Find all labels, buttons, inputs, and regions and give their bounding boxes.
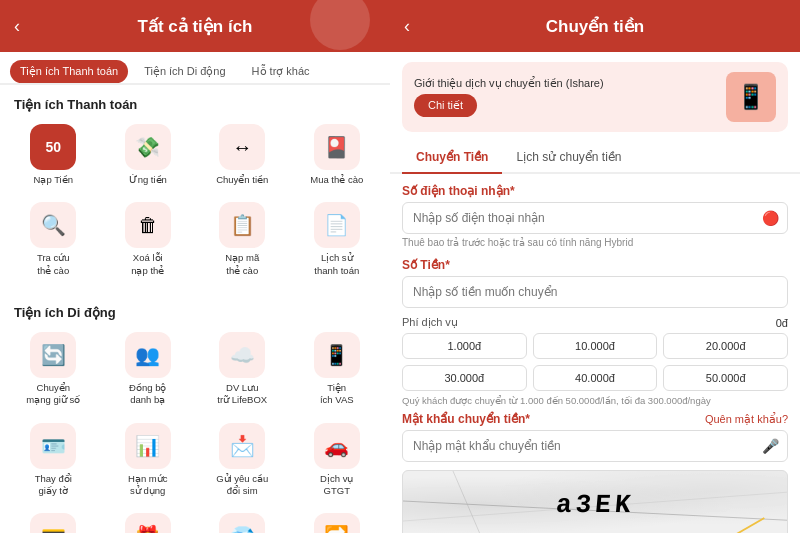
promo-text: Giới thiệu dịch vụ chuyển tiền (Ishare) — [414, 77, 604, 90]
amount-option-5[interactable]: 50.000đ — [663, 365, 788, 391]
right-title: Chuyển tiền — [546, 16, 644, 37]
thay-doi-label: Thay đổigiấy tờ — [35, 473, 72, 498]
amount-option-4[interactable]: 40.000đ — [533, 365, 658, 391]
han-muc-icon: 📊 — [125, 423, 171, 469]
amount-option-3[interactable]: 30.000đ — [402, 365, 527, 391]
list-item[interactable]: 🎴 Mua thẻ cào — [292, 118, 383, 192]
quota-text: Quý khách được chuyển từ 1.000 đến 50.00… — [402, 395, 788, 406]
header-decoration — [310, 0, 370, 50]
section2-grid: 🔄 Chuyểnmạng giữ số 👥 Đồng bộdanh bạ ☁️ … — [0, 326, 390, 533]
tab-chuyen-tien[interactable]: Chuyển Tiền — [402, 142, 502, 174]
password-input[interactable] — [403, 431, 762, 461]
captcha-box[interactable]: a3EK — [402, 470, 788, 533]
tien-ich-vas-label: Tiệních VAS — [320, 382, 354, 407]
fee-label: Phí dịch vụ — [402, 316, 458, 329]
phone-input[interactable] — [403, 203, 754, 233]
list-item[interactable]: 📋 Nạp mãthẻ cào — [197, 196, 288, 283]
dong-bo-label: Đồng bộdanh bạ — [129, 382, 166, 407]
password-header: Mật khẩu chuyển tiền* Quên mật khẩu? — [402, 412, 788, 426]
list-item[interactable]: 📱 Tiệních VAS — [292, 326, 383, 413]
tra-cuu-label: Tra cứuthẻ cào — [37, 252, 70, 277]
section2-title: Tiện ích Di động — [0, 295, 390, 326]
list-item[interactable]: 🗑 Xoá lỗinạp thẻ — [103, 196, 194, 283]
gtgt-label: Dịch vụGTGT — [320, 473, 353, 498]
mua-the-icon: 🎴 — [314, 124, 360, 170]
svg-line-2 — [453, 471, 483, 533]
right-panel: ‹ Chuyển tiền Giới thiệu dịch vụ chuyển … — [390, 0, 800, 533]
thay-doi-icon: 🪪 — [30, 423, 76, 469]
list-item[interactable]: 💳 Chuyểntrả sau — [8, 507, 99, 533]
left-back-button[interactable]: ‹ — [14, 16, 20, 37]
list-item[interactable]: 📩 Gửi yêu cầuđổi sim — [197, 417, 288, 504]
amount-option-1[interactable]: 10.000đ — [533, 333, 658, 359]
list-item[interactable]: 📄 Lịch sửthanh toán — [292, 196, 383, 283]
tab-di-dong[interactable]: Tiện ích Di động — [134, 60, 235, 83]
list-item[interactable]: 🔍 Tra cứuthẻ cào — [8, 196, 99, 283]
section1-title: Tiện ích Thanh toán — [0, 87, 390, 118]
mua-the-label: Mua thẻ cào — [310, 174, 363, 186]
nap-ma-label: Nạp mãthẻ cào — [225, 252, 259, 277]
list-item[interactable]: 💎 Sim đẹp — [197, 507, 288, 533]
esim-icon: 🔁 — [314, 513, 360, 533]
list-item[interactable]: ☁️ DV Lưutrữ LifeBOX — [197, 326, 288, 413]
nap-ma-icon: 📋 — [219, 202, 265, 248]
left-tabs: Tiện ích Thanh toán Tiện ích Di động Hỗ … — [0, 52, 390, 85]
lich-su-label: Lịch sửthanh toán — [314, 252, 359, 277]
promo-button[interactable]: Chi tiết — [414, 94, 477, 117]
tab-ho-tro[interactable]: Hỗ trợ khác — [242, 60, 320, 83]
transfer-form: Số điện thoại nhận* 🔴 Thuê bao trả trước… — [390, 174, 800, 533]
left-header: ‹ Tất cả tiện ích — [0, 0, 390, 52]
moi-chuyen-icon: 🎁 — [125, 513, 171, 533]
amount-label: Số Tiền* — [402, 258, 788, 272]
right-tabs: Chuyển Tiền Lịch sử chuyển tiền — [390, 142, 800, 174]
doi-sim-icon: 📩 — [219, 423, 265, 469]
tab-thanh-toan[interactable]: Tiện ích Thanh toán — [10, 60, 128, 83]
amount-grid: 1.000đ 10.000đ 20.000đ 30.000đ 40.000đ 5… — [402, 333, 788, 391]
phone-label: Số điện thoại nhận* — [402, 184, 788, 198]
nap-tien-label: Nạp Tiền — [34, 174, 73, 186]
chuyen-mang-label: Chuyểnmạng giữ số — [26, 382, 80, 407]
promo-banner: Giới thiệu dịch vụ chuyển tiền (Ishare) … — [402, 62, 788, 132]
tab-lich-su[interactable]: Lịch sử chuyển tiền — [502, 142, 635, 174]
password-input-wrap[interactable]: 🎤 — [402, 430, 788, 462]
luu-tru-label: DV Lưutrữ LifeBOX — [217, 382, 267, 407]
amount-option-0[interactable]: 1.000đ — [402, 333, 527, 359]
left-title: Tất cả tiện ích — [138, 16, 253, 37]
list-item[interactable]: 🚗 Dịch vụGTGT — [292, 417, 383, 504]
ung-tien-label: Ứng tiền — [129, 174, 167, 186]
han-muc-label: Hạn mứcsử dụng — [128, 473, 167, 498]
amount-input-wrap[interactable] — [402, 276, 788, 308]
amount-option-2[interactable]: 20.000đ — [663, 333, 788, 359]
list-item[interactable]: 🪪 Thay đổigiấy tờ — [8, 417, 99, 504]
xoa-loi-icon: 🗑 — [125, 202, 171, 248]
section1-grid: 50 Nạp Tiền 💸 Ứng tiền ↔ Chuyển tiền 🎴 M… — [0, 118, 390, 283]
phone-icon: 🔴 — [754, 210, 787, 226]
right-header: ‹ Chuyển tiền — [390, 0, 800, 52]
captcha-text: a3EK — [554, 490, 635, 520]
amount-input[interactable] — [403, 277, 787, 307]
tra-cuu-icon: 🔍 — [30, 202, 76, 248]
list-item[interactable]: 50 Nạp Tiền — [8, 118, 99, 192]
phone-hint: Thuê bao trả trước hoặc trả sau có tính … — [402, 237, 788, 248]
fee-row: Phí dịch vụ 0đ — [402, 316, 788, 329]
right-back-button[interactable]: ‹ — [404, 16, 410, 37]
list-item[interactable]: 🎁 Mời chuyểntrả sau — [103, 507, 194, 533]
luu-tru-icon: ☁️ — [219, 332, 265, 378]
xoa-loi-label: Xoá lỗinạp thẻ — [131, 252, 164, 277]
chuyen-tien-icon: ↔ — [219, 124, 265, 170]
ung-tien-icon: 💸 — [125, 124, 171, 170]
password-label: Mật khẩu chuyển tiền* — [402, 412, 530, 426]
doi-sim-label: Gửi yêu cầuđổi sim — [216, 473, 268, 498]
list-item[interactable]: 👥 Đồng bộdanh bạ — [103, 326, 194, 413]
list-item[interactable]: 🔄 Chuyểnmạng giữ số — [8, 326, 99, 413]
list-item[interactable]: 📊 Hạn mứcsử dụng — [103, 417, 194, 504]
nap-tien-icon: 50 — [30, 124, 76, 170]
forgot-password-link[interactable]: Quên mật khẩu? — [705, 413, 788, 426]
list-item[interactable]: ↔ Chuyển tiền — [197, 118, 288, 192]
left-panel: ‹ Tất cả tiện ích Tiện ích Thanh toán Ti… — [0, 0, 390, 533]
list-item[interactable]: 🔁 Đổi Esim — [292, 507, 383, 533]
promo-image: 📱 — [726, 72, 776, 122]
phone-input-wrap[interactable]: 🔴 — [402, 202, 788, 234]
fee-value: 0đ — [776, 317, 788, 329]
list-item[interactable]: 💸 Ứng tiền — [103, 118, 194, 192]
